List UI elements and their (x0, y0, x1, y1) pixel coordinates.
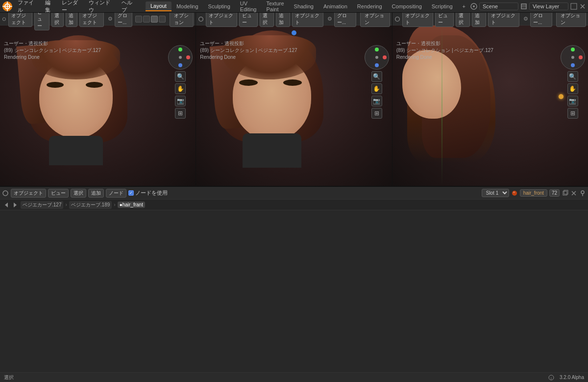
vp1-zoom-btn[interactable]: 🔍 (175, 71, 186, 82)
tab-sculpting[interactable]: Sculpting (203, 2, 235, 11)
vp3-info: ユーザー・透視投影 (89) シーンコレクション | ベジエカーブ.127 Re… (396, 40, 493, 61)
view-layer-input[interactable] (529, 2, 568, 10)
tab-rendering[interactable]: Rendering (352, 2, 387, 11)
vp1-grid-btn[interactable]: ⊞ (175, 108, 186, 119)
vp1-select[interactable]: 選択 (51, 13, 64, 27)
vp2-object[interactable]: オブジェクト (292, 13, 323, 27)
use-nodes-checkbox[interactable]: ✓ ノードを使用 (128, 189, 168, 197)
bc-back-icon[interactable] (3, 202, 10, 208)
svg-point-17 (513, 191, 515, 193)
vp2-mode-icon (198, 16, 204, 23)
vp1-hand-btn[interactable]: ✋ (175, 83, 186, 94)
use-nodes-check[interactable]: ✓ (128, 190, 134, 196)
ne-object-mode[interactable]: オブジェクト (11, 189, 46, 198)
vp1-cam-btn[interactable]: 📷 (175, 96, 186, 106)
svg-marker-25 (14, 203, 17, 207)
workspace-tabs: Layout Modeling Sculpting UV Editing Tex… (146, 0, 470, 14)
vp2-global[interactable]: グロー... (334, 13, 356, 27)
scene-input[interactable] (479, 2, 518, 10)
vp2-zoom-btn[interactable]: 🔍 (371, 71, 382, 82)
vp3-add[interactable]: 追加 (472, 13, 486, 27)
vp2-view[interactable]: ビュー (239, 13, 258, 27)
ne-node[interactable]: ノード (106, 189, 126, 198)
vp2-info-line2: (89) シーンコレクション | ベジエカーブ.127 (200, 47, 297, 54)
vp3-info-line1: ユーザー・透視投影 (396, 40, 493, 47)
tab-texture-paint[interactable]: Texture Paint (261, 0, 289, 14)
breadcrumb-bar: ベジエカーブ.127 › ベジエカーブ.189 › ●hair_frant (0, 200, 588, 210)
vp3-grid-btn[interactable]: ⊞ (567, 108, 578, 119)
vp2-nav: 🔍 ✋ 📷 ⊞ (365, 45, 389, 119)
node-canvas: イメージテクスチャ カラー アルファ 画像 0.900 カラーランプ 係数 (0, 210, 588, 372)
vp3-nav-circle[interactable] (561, 45, 585, 70)
vp1-object[interactable]: オブジェクト (79, 13, 104, 27)
svg-point-13 (199, 17, 203, 21)
slot-select[interactable]: Slot 1 (482, 189, 509, 197)
vp1-add[interactable]: 追加 (66, 13, 78, 27)
vp1-options[interactable]: オプション (170, 13, 194, 27)
material-name[interactable]: hair_front (520, 189, 547, 197)
tab-scripting[interactable]: Scripting (427, 2, 458, 11)
bc-item-2[interactable]: ベジエカーブ.189 (69, 201, 112, 209)
vp3-hand-btn[interactable]: ✋ (567, 83, 578, 94)
vp2-cam-btn[interactable]: 📷 (371, 96, 382, 106)
vp2-select[interactable]: 選択 (260, 13, 274, 27)
ne-view[interactable]: ビュー (48, 189, 69, 198)
tab-add[interactable]: + (458, 2, 470, 11)
vp3-zoom-btn[interactable]: 🔍 (567, 71, 578, 82)
close-material-icon[interactable] (570, 190, 577, 197)
vp2-nav-z (375, 63, 379, 67)
vp2-add[interactable]: 追加 (276, 13, 290, 27)
svg-marker-24 (5, 203, 8, 207)
vp1-info-line3: Rendering Done (4, 54, 101, 61)
vp3-view[interactable]: ビュー (435, 13, 454, 27)
tab-shading[interactable]: Shading (289, 2, 318, 11)
bc-item-3[interactable]: ●hair_frant (118, 202, 145, 208)
viewport-area: オブジェクト ビュー 選択 追加 オブジェクト ⚙ グロー... オプション ユ (0, 13, 588, 187)
viewport-2: オブジェクト ビュー 選択 追加 オブジェクト ⚙ グロー... オプション ユ… (196, 13, 392, 186)
vp3-global[interactable]: グロー... (530, 13, 552, 27)
material-count: 72 (549, 189, 560, 197)
vp3-select[interactable]: 選択 (456, 13, 470, 27)
nodes-layer: イメージテクスチャ カラー アルファ 画像 0.900 カラーランプ 係数 (0, 210, 588, 372)
status-bar: 選択 i 3.2.0 Alpha (0, 372, 588, 382)
status-select: 選択 (4, 374, 14, 381)
menu-bar: ファイル 編集 レンダー ウィンドウ ヘルプ Layout Modeling S… (0, 0, 588, 13)
vp1-nav-circle[interactable] (168, 45, 193, 70)
vp3-nav-x (579, 55, 583, 59)
vp2-nav-circle[interactable] (365, 45, 389, 70)
copy-icon[interactable] (562, 190, 568, 197)
vp2-info: ユーザー・透視投影 (89) シーンコレクション | ベジエカーブ.127 Re… (200, 40, 297, 61)
vp2-hand-btn[interactable]: ✋ (371, 83, 382, 94)
vp3-object-mode[interactable]: オブジェクト (402, 13, 434, 27)
bc-item-1[interactable]: ベジエカーブ.127 (21, 201, 63, 209)
close-icon[interactable] (579, 3, 586, 10)
tab-modeling[interactable]: Modeling (172, 2, 203, 11)
bc-forward-icon[interactable] (12, 202, 19, 208)
nav-z-axis (178, 63, 182, 67)
svg-rect-19 (564, 190, 568, 194)
vp1-object-mode[interactable]: オブジェクト (8, 13, 33, 27)
tab-layout[interactable]: Layout (146, 1, 172, 11)
tab-compositing[interactable]: Compositing (387, 2, 427, 11)
vp2-grid-btn[interactable]: ⊞ (371, 108, 382, 119)
menu-right (470, 2, 586, 10)
ne-add[interactable]: 追加 (88, 189, 104, 198)
vp2-object-mode[interactable]: オブジェクト (206, 13, 237, 27)
svg-rect-18 (563, 191, 567, 195)
vp3-object[interactable]: オブジェクト (488, 13, 519, 27)
vp3-options[interactable]: オプション (556, 13, 586, 27)
vp3-nav: 🔍 ✋ 📷 ⊞ (561, 45, 585, 119)
svg-point-5 (473, 5, 475, 7)
node-editor-toolbar: オブジェクト ビュー 選択 追加 ノード ✓ ノードを使用 Slot 1 hai… (0, 187, 588, 200)
ne-select[interactable]: 選択 (71, 189, 86, 198)
vp1-global[interactable]: グロー... (115, 13, 132, 27)
vp3-cam-btn[interactable]: 📷 (567, 96, 578, 106)
material-sphere-icon (511, 190, 518, 197)
tab-uv-editing[interactable]: UV Editing (235, 0, 262, 14)
svg-text:i: i (551, 376, 552, 381)
tab-animation[interactable]: Animation (318, 2, 352, 11)
vp2-options[interactable]: オプション (360, 13, 390, 27)
pin-icon[interactable] (579, 190, 586, 197)
vp3-toolbar: オブジェクト ビュー 選択 追加 オブジェクト ⚙ グロー... オプション (392, 13, 588, 25)
vp1-view[interactable]: ビュー (34, 13, 49, 30)
